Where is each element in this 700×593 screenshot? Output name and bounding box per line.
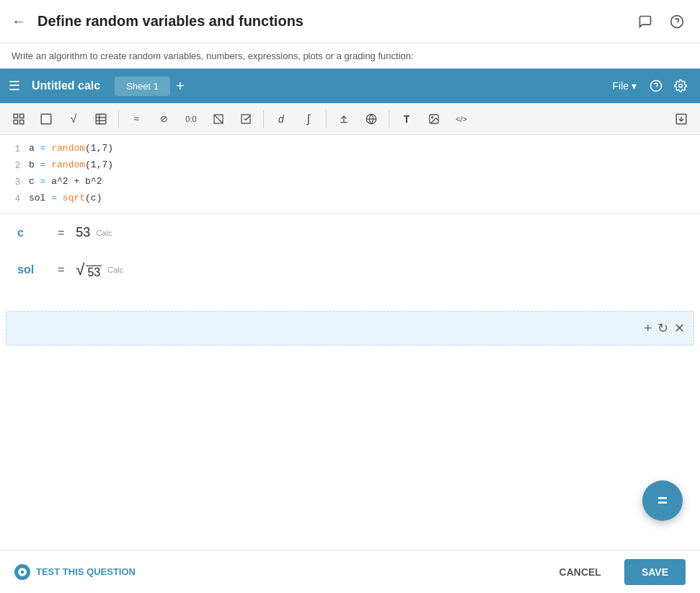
line-number: 2: [6, 157, 20, 174]
svg-rect-10: [96, 114, 106, 124]
sheet-tab[interactable]: Sheet 1: [115, 76, 170, 96]
result-row-sol: sol = √53 Calc: [17, 260, 683, 279]
fab-equals-button[interactable]: =: [642, 480, 683, 521]
toolbar-clock-btn[interactable]: 0:0: [178, 107, 204, 131]
result-eq-c: =: [58, 227, 64, 240]
toolbar-image-btn[interactable]: [421, 107, 447, 131]
svg-line-15: [214, 115, 223, 123]
add-content-refresh-button[interactable]: ↻: [657, 320, 668, 336]
toolbar-code-btn[interactable]: </>: [448, 107, 474, 131]
svg-rect-8: [20, 120, 24, 123]
result-eq-sol: =: [58, 263, 64, 276]
toolbar-block-btn[interactable]: [33, 107, 59, 131]
toolbar-link-btn[interactable]: [358, 107, 384, 131]
toolbar-cross-btn[interactable]: [205, 107, 231, 131]
svg-rect-5: [14, 114, 17, 118]
help-button[interactable]: [665, 10, 688, 33]
toolbar-settings-button[interactable]: [670, 75, 691, 97]
svg-rect-16: [242, 115, 250, 123]
add-sheet-button[interactable]: +: [176, 78, 185, 95]
add-content-close-button[interactable]: ✕: [674, 320, 685, 336]
test-question-label: TEST THIS QUESTION: [36, 566, 136, 577]
bottom-bar: TEST THIS QUESTION CANCEL SAVE: [0, 550, 700, 593]
svg-point-26: [21, 570, 25, 574]
result-row-c: c = 53 Calc: [17, 225, 683, 240]
svg-rect-7: [14, 120, 17, 123]
save-button[interactable]: SAVE: [624, 559, 686, 585]
result-val-c: 53: [76, 225, 90, 240]
code-content: sol = sqrt(c): [29, 190, 102, 206]
toolbar-text-btn[interactable]: T: [394, 107, 420, 131]
sqrt-symbol: √: [76, 260, 84, 279]
toolbar-download-btn[interactable]: [668, 107, 694, 131]
code-content: b = random(1,7): [29, 157, 113, 173]
svg-rect-6: [20, 114, 24, 118]
result-var-c: c: [17, 227, 46, 240]
test-question-icon: [14, 564, 30, 580]
results-area: c = 53 Calc sol = √53 Calc: [0, 214, 700, 311]
sqrt-expression: √53: [76, 260, 102, 279]
comment-button[interactable]: [634, 10, 657, 33]
result-label-sol: Calc: [107, 265, 123, 274]
result-label-c: Calc: [96, 229, 112, 237]
file-menu-button[interactable]: File ▾: [607, 77, 642, 95]
cancel-button[interactable]: CANCEL: [545, 559, 616, 585]
test-question-button[interactable]: TEST THIS QUESTION: [14, 564, 136, 580]
toolbar-help-button[interactable]: [645, 75, 667, 97]
code-content: a = random(1,7): [29, 141, 113, 157]
toolbar-sqrt-btn[interactable]: √: [61, 107, 87, 131]
svg-point-22: [432, 116, 433, 118]
code-content: c = a^2 + b^2: [29, 174, 102, 190]
back-button[interactable]: ←: [12, 13, 26, 30]
header-icons: [634, 10, 688, 33]
code-line-3: 3 c = a^2 + b^2: [0, 174, 700, 190]
code-editor[interactable]: 1 a = random(1,7) 2 b = random(1,7) 3 c …: [0, 135, 700, 214]
result-var-sol: sol: [17, 263, 46, 276]
code-line-2: 2 b = random(1,7): [0, 157, 700, 174]
toolbar-d-btn[interactable]: d: [268, 107, 294, 131]
toolbar-table-btn[interactable]: [88, 107, 114, 131]
toolbar-add-row-btn[interactable]: [6, 107, 32, 131]
line-number: 3: [6, 174, 20, 190]
main-content: 1 a = random(1,7) 2 b = random(1,7) 3 c …: [0, 135, 700, 575]
menu-icon[interactable]: ☰: [9, 78, 20, 94]
code-line-4: 4 sol = sqrt(c): [0, 190, 700, 207]
bottom-right-actions: CANCEL SAVE: [545, 559, 686, 585]
add-content-plus-button[interactable]: +: [644, 321, 652, 336]
toolbar-box-check-btn[interactable]: [233, 107, 259, 131]
toolbar-arrow-down-btn[interactable]: [331, 107, 357, 131]
svg-point-4: [679, 84, 683, 88]
page-title: Define random variables and functions: [37, 13, 634, 30]
sqrt-number: 53: [86, 265, 102, 279]
toolbar-notequal-btn[interactable]: ⊘: [151, 107, 177, 131]
line-number: 1: [6, 141, 20, 157]
line-number: 4: [6, 190, 20, 207]
icon-toolbar: √ ≈ ⊘ 0:0 d ∫ T </>: [0, 103, 700, 135]
result-val-sol: √53: [76, 260, 102, 279]
code-line-1: 1 a = random(1,7): [0, 141, 700, 157]
blue-toolbar: ☰ Untitled calc Sheet 1 + File ▾: [0, 69, 700, 103]
toolbar-integral-btn[interactable]: ∫: [296, 107, 322, 131]
subtitle: Write an algorithm to create random vari…: [0, 43, 700, 69]
fab-icon: =: [657, 491, 668, 511]
toolbar-approx-btn[interactable]: ≈: [123, 107, 149, 131]
svg-rect-9: [41, 114, 51, 124]
calc-title: Untitled calc: [32, 79, 100, 92]
toolbar-right: File ▾: [607, 75, 691, 97]
add-content-row: + ↻ ✕: [6, 311, 694, 346]
top-header: ← Define random variables and functions: [0, 0, 700, 43]
